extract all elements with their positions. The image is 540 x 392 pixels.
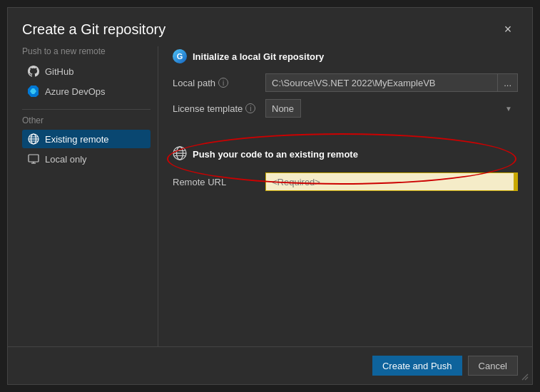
sidebar-item-azure-devops[interactable]: Azure DevOps: [22, 82, 151, 100]
sidebar-item-github[interactable]: GitHub: [22, 62, 151, 81]
local-path-info-icon[interactable]: i: [218, 78, 228, 88]
close-button[interactable]: ×: [498, 19, 518, 39]
browse-button[interactable]: ...: [498, 73, 518, 92]
create-git-repo-dialog: Create a Git repository × Push to a new …: [7, 7, 533, 385]
init-section-header: G Initialize a local Git repository: [173, 46, 518, 63]
title-bar: Create a Git repository ×: [8, 8, 532, 46]
sidebar-item-existing-remote[interactable]: Existing remote: [22, 130, 151, 148]
required-indicator: [514, 172, 518, 191]
init-section: G Initialize a local Git repository Loca…: [173, 46, 518, 125]
sidebar-item-local-only-label: Local only: [45, 154, 87, 165]
remote-url-label: Remote URL: [173, 177, 265, 187]
license-template-label: License template i: [173, 103, 265, 114]
init-section-title: Initialize a local Git repository: [193, 51, 324, 62]
sidebar-item-github-label: GitHub: [45, 66, 73, 77]
local-path-input-group: ...: [265, 73, 518, 92]
sidebar: Push to a new remote GitHub: [22, 46, 158, 346]
sidebar-item-local-only[interactable]: Local only: [22, 150, 151, 168]
computer-icon: [28, 153, 39, 165]
globe-icon-sidebar: [28, 133, 39, 145]
dialog-footer: Create and Push Cancel: [8, 346, 532, 384]
remote-url-input[interactable]: [265, 172, 514, 191]
push-section-title: Push to a new remote: [22, 46, 151, 56]
svg-rect-5: [29, 155, 39, 162]
chevron-down-icon: ▼: [505, 105, 512, 113]
dialog-content: Push to a new remote GitHub: [8, 46, 532, 346]
dialog-title: Create a Git repository: [22, 21, 165, 38]
globe-icon-main: [173, 146, 187, 163]
existing-remote-title: Push your code to an existing remote: [193, 149, 358, 160]
license-template-select[interactable]: None: [265, 99, 301, 118]
other-section-title: Other: [22, 115, 151, 125]
local-path-label: Local path i: [173, 78, 265, 88]
license-info-icon[interactable]: i: [245, 103, 255, 113]
resize-handle[interactable]: [521, 373, 529, 381]
sidebar-divider: [22, 109, 151, 110]
sidebar-item-existing-remote-label: Existing remote: [45, 134, 109, 145]
create-and-push-button[interactable]: Create and Push: [372, 356, 462, 376]
git-init-icon: G: [173, 49, 187, 63]
main-panel: G Initialize a local Git repository Loca…: [158, 46, 518, 346]
license-template-row: License template i None ▼: [173, 99, 518, 118]
sidebar-item-azure-label: Azure DevOps: [45, 86, 106, 97]
local-path-row: Local path i ...: [173, 73, 518, 92]
local-path-input[interactable]: [265, 73, 498, 92]
existing-remote-header: Push your code to an existing remote: [173, 143, 518, 163]
github-icon: [28, 66, 39, 77]
remote-url-row: Remote URL: [173, 172, 518, 191]
license-template-select-wrapper: None ▼: [265, 99, 518, 118]
existing-remote-section: Push your code to an existing remote Rem…: [173, 136, 518, 205]
azure-icon: [28, 86, 39, 97]
remote-url-input-group: [265, 172, 518, 191]
cancel-button[interactable]: Cancel: [468, 356, 518, 376]
